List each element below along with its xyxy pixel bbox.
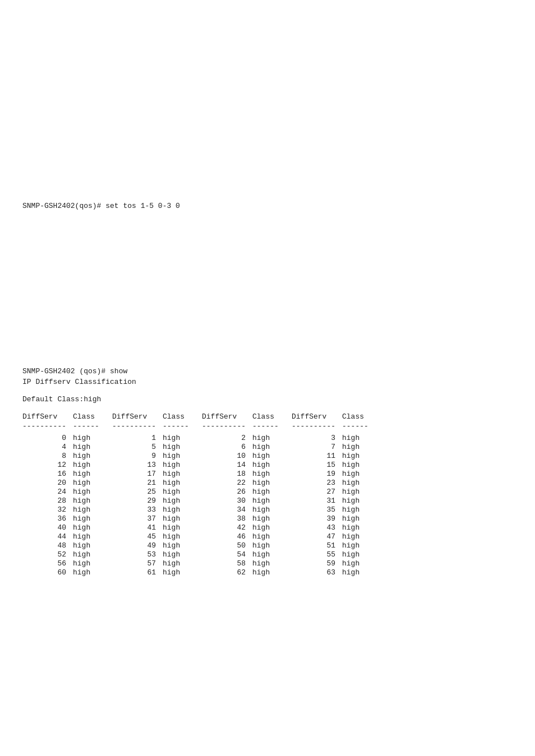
diffserv-val-15-1: 61 (112, 568, 163, 577)
header-diffserv-4: DiffServ (292, 412, 342, 421)
diffserv-val-13-1: 53 (112, 550, 163, 559)
class-val-11-1: high (163, 532, 202, 541)
header-class-1: Class (73, 412, 112, 421)
class-val-9-2: high (252, 514, 292, 523)
diffserv-val-14-1: 57 (112, 559, 163, 568)
command-show-line1: SNMP-GSH2402 (qos)# show (22, 367, 513, 375)
divider-1: ---------- (22, 422, 73, 430)
class-val-10-1: high (163, 523, 202, 532)
header-class-3: Class (252, 412, 292, 421)
divider-2: ------ (73, 422, 112, 430)
class-val-13-2: high (252, 550, 292, 559)
show-section: SNMP-GSH2402 (qos)# show IP Diffserv Cla… (22, 367, 513, 577)
diffserv-val-0-0: 0 (22, 434, 73, 442)
divider-5: ---------- (202, 422, 252, 430)
class-val-6-3: high (342, 488, 381, 496)
class-val-12-0: high (73, 541, 112, 550)
class-val-9-0: high (73, 514, 112, 523)
class-val-9-3: high (342, 514, 381, 523)
class-val-3-2: high (252, 461, 292, 469)
diffserv-val-1-3: 7 (292, 443, 342, 451)
table-row: 60high61high62high63high (22, 568, 513, 577)
class-val-11-0: high (73, 532, 112, 541)
class-val-7-1: high (163, 497, 202, 505)
diffserv-val-11-2: 46 (202, 532, 252, 541)
diffserv-val-15-3: 63 (292, 568, 342, 577)
diffserv-val-12-2: 50 (202, 541, 252, 550)
diffserv-val-14-2: 58 (202, 559, 252, 568)
class-val-4-0: high (73, 470, 112, 478)
table-divider-row: ---------- ------ ---------- ------ ----… (22, 422, 513, 430)
diffserv-val-15-0: 60 (22, 568, 73, 577)
diffserv-val-10-0: 40 (22, 523, 73, 532)
header-class-2: Class (163, 412, 202, 421)
class-val-1-2: high (252, 443, 292, 451)
class-val-11-3: high (342, 532, 381, 541)
diffserv-val-9-3: 39 (292, 514, 342, 523)
diffserv-table: DiffServ Class DiffServ Class DiffServ C… (22, 412, 513, 577)
diffserv-val-13-2: 54 (202, 550, 252, 559)
header-diffserv-3: DiffServ (202, 412, 252, 421)
class-val-8-3: high (342, 505, 381, 514)
divider-3: ---------- (112, 422, 163, 430)
class-val-6-1: high (163, 488, 202, 496)
diffserv-val-2-0: 8 (22, 452, 73, 460)
diffserv-val-10-3: 43 (292, 523, 342, 532)
diffserv-val-2-1: 9 (112, 452, 163, 460)
terminal-content: SNMP-GSH2402(qos)# set tos 1-5 0-3 0 SNM… (22, 11, 513, 577)
class-val-4-1: high (163, 470, 202, 478)
diffserv-val-9-2: 38 (202, 514, 252, 523)
diffserv-val-7-0: 28 (22, 497, 73, 505)
table-row: 36high37high38high39high (22, 514, 513, 523)
class-val-11-2: high (252, 532, 292, 541)
diffserv-val-5-2: 22 (202, 479, 252, 487)
class-val-8-0: high (73, 505, 112, 514)
diffserv-val-5-3: 23 (292, 479, 342, 487)
class-val-15-2: high (252, 568, 292, 577)
table-header-row: DiffServ Class DiffServ Class DiffServ C… (22, 412, 513, 421)
diffserv-val-8-2: 34 (202, 505, 252, 514)
class-val-1-1: high (163, 443, 202, 451)
class-val-12-2: high (252, 541, 292, 550)
table-row: 8high9high10high11high (22, 452, 513, 460)
class-val-0-2: high (252, 434, 292, 442)
class-val-7-0: high (73, 497, 112, 505)
diffserv-val-3-0: 12 (22, 461, 73, 469)
table-row: 40high41high42high43high (22, 523, 513, 532)
diffserv-val-2-2: 10 (202, 452, 252, 460)
diffserv-val-7-1: 29 (112, 497, 163, 505)
diffserv-val-14-3: 59 (292, 559, 342, 568)
diffserv-val-6-1: 25 (112, 488, 163, 496)
class-val-6-0: high (73, 488, 112, 496)
table-row: 20high21high22high23high (22, 479, 513, 487)
class-val-10-0: high (73, 523, 112, 532)
class-val-5-3: high (342, 479, 381, 487)
divider-4: ------ (163, 422, 202, 430)
command-show-line2: IP Diffserv Classification (22, 378, 513, 386)
table-row: 44high45high46high47high (22, 532, 513, 541)
diffserv-val-6-2: 26 (202, 488, 252, 496)
default-class-label: Default Class:high (22, 395, 513, 403)
class-val-3-1: high (163, 461, 202, 469)
diffserv-val-0-2: 2 (202, 434, 252, 442)
class-val-13-0: high (73, 550, 112, 559)
class-val-0-3: high (342, 434, 381, 442)
class-val-2-3: high (342, 452, 381, 460)
class-val-14-0: high (73, 559, 112, 568)
table-row: 16high17high18high19high (22, 470, 513, 478)
class-val-9-1: high (163, 514, 202, 523)
diffserv-val-6-3: 27 (292, 488, 342, 496)
diffserv-val-15-2: 62 (202, 568, 252, 577)
class-val-14-2: high (252, 559, 292, 568)
class-val-14-3: high (342, 559, 381, 568)
diffserv-val-3-3: 15 (292, 461, 342, 469)
diffserv-val-10-1: 41 (112, 523, 163, 532)
class-val-8-1: high (163, 505, 202, 514)
diffserv-val-0-1: 1 (112, 434, 163, 442)
class-val-2-2: high (252, 452, 292, 460)
diffserv-val-1-0: 4 (22, 443, 73, 451)
diffserv-val-7-2: 30 (202, 497, 252, 505)
class-val-5-1: high (163, 479, 202, 487)
class-val-3-0: high (73, 461, 112, 469)
diffserv-val-11-0: 44 (22, 532, 73, 541)
